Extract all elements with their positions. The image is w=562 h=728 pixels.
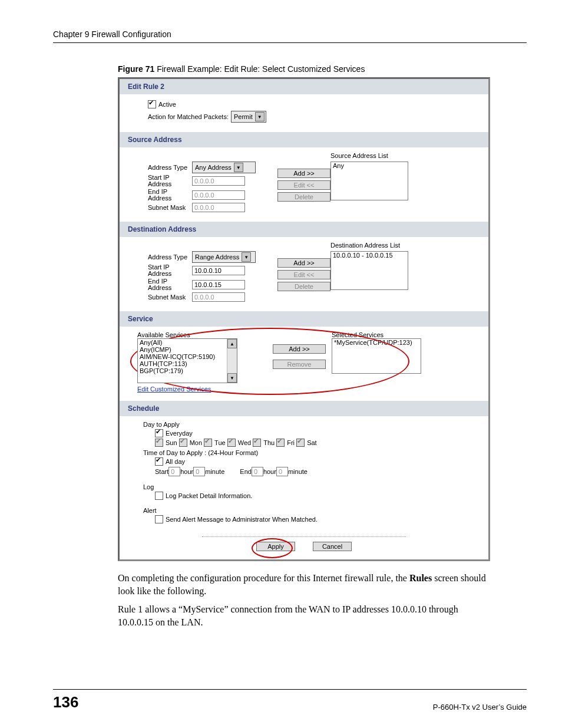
src-end-input[interactable] xyxy=(192,190,245,200)
dst-list[interactable]: 10.0.0.10 - 10.0.0.15 xyxy=(330,251,408,290)
hour-label: hour xyxy=(180,468,193,475)
log-checkbox[interactable] xyxy=(155,492,163,500)
allday-checkbox[interactable] xyxy=(155,457,163,466)
minute-label: minute xyxy=(205,468,224,475)
day-label: Sat xyxy=(307,439,317,446)
allday-label: All day xyxy=(166,458,185,465)
body-paragraph: Rule 1 allows a “MyService” connection f… xyxy=(118,603,495,628)
scroll-up-icon[interactable]: ▲ xyxy=(227,339,237,348)
apply-button[interactable]: Apply xyxy=(256,542,295,551)
start-hour-input[interactable] xyxy=(168,467,180,476)
section-edit-rule: Edit Rule 2 xyxy=(120,79,488,94)
dst-type-value: Range Address xyxy=(195,253,239,261)
figure-number: Figure 71 xyxy=(118,64,154,74)
dst-end-input[interactable] xyxy=(192,280,245,289)
src-end-label: End IP Address xyxy=(148,189,192,202)
action-select[interactable]: Permit ▼ xyxy=(231,111,266,123)
edit-rule-panel: Edit Rule 2 Active Action for Matched Pa… xyxy=(118,77,490,561)
log-label: Log Packet Detail Information. xyxy=(166,492,252,499)
scroll-down-icon[interactable]: ▼ xyxy=(227,373,237,383)
service-remove-button[interactable]: Remove xyxy=(273,360,326,369)
dst-edit-button[interactable]: Edit << xyxy=(277,270,330,279)
day-to-apply-label: Day to Apply xyxy=(143,421,477,428)
dst-mask-input[interactable] xyxy=(192,292,245,302)
log-title: Log xyxy=(143,483,477,490)
dst-add-button[interactable]: Add >> xyxy=(277,258,330,268)
src-start-input[interactable] xyxy=(192,176,245,186)
running-header: Chapter 9 Firewall Configuration xyxy=(53,29,527,43)
list-item[interactable]: Any(ICMP) xyxy=(138,346,227,353)
day-sat-checkbox[interactable] xyxy=(296,439,305,447)
list-item[interactable]: *MyService(TCP/UDP:123) xyxy=(332,339,421,346)
selected-services-title: Selected Services xyxy=(332,331,421,338)
list-item[interactable]: Any xyxy=(331,162,408,169)
end-label: End xyxy=(240,468,252,475)
day-label: Wed xyxy=(238,439,251,446)
dst-list-title: Destination Address List xyxy=(330,242,408,249)
day-fri-checkbox[interactable] xyxy=(276,439,285,447)
selected-services-list[interactable]: *MyService(TCP/UDP:123) xyxy=(332,338,421,374)
start-label: Start xyxy=(155,468,168,475)
day-tue-checkbox[interactable] xyxy=(204,439,212,447)
src-type-select[interactable]: Any Address ▼ xyxy=(192,162,256,173)
day-label: Tue xyxy=(214,439,226,446)
section-source: Source Address xyxy=(120,132,488,147)
guide-title: P-660H-Tx v2 User’s Guide xyxy=(433,703,527,711)
chevron-down-icon: ▼ xyxy=(242,252,251,262)
dst-type-select[interactable]: Range Address ▼ xyxy=(192,251,256,263)
cancel-button[interactable]: Cancel xyxy=(313,542,352,551)
list-item[interactable]: AIM/NEW-ICQ(TCP:5190) xyxy=(138,353,227,360)
page-number: 136 xyxy=(53,693,78,711)
action-label: Action for Matched Packets: xyxy=(148,113,229,120)
dst-mask-label: Subnet Mask xyxy=(148,294,192,301)
list-item[interactable]: AUTH(TCP:113) xyxy=(138,360,227,367)
day-label: Sun xyxy=(166,439,177,446)
src-start-label: Start IP Address xyxy=(148,174,192,187)
everyday-label: Everyday xyxy=(166,430,193,437)
start-minute-input[interactable] xyxy=(193,467,205,476)
src-mask-input[interactable] xyxy=(192,203,245,212)
src-edit-button[interactable]: Edit << xyxy=(277,180,330,190)
src-mask-label: Subnet Mask xyxy=(148,204,192,211)
src-type-label: Address Type xyxy=(148,164,192,171)
alert-checkbox[interactable] xyxy=(155,515,163,523)
end-minute-input[interactable] xyxy=(276,467,288,476)
alert-title: Alert xyxy=(143,507,477,514)
everyday-checkbox[interactable] xyxy=(155,429,163,437)
day-sun-checkbox[interactable] xyxy=(155,439,163,447)
list-item[interactable]: Any(All) xyxy=(138,339,227,346)
service-add-button[interactable]: Add >> xyxy=(273,344,326,354)
day-label: Fri xyxy=(287,439,295,446)
time-label: Time of Day to Apply : (24-Hour Format) xyxy=(143,449,477,456)
figure-title: Firewall Example: Edit Rule: Select Cust… xyxy=(154,64,365,74)
available-services-list[interactable]: Any(All) Any(ICMP) AIM/NEW-ICQ(TCP:5190)… xyxy=(137,338,237,383)
day-mon-checkbox[interactable] xyxy=(179,439,187,447)
list-item[interactable]: BGP(TCP:179) xyxy=(138,367,227,374)
divider xyxy=(202,536,406,537)
day-label: Mon xyxy=(190,439,202,446)
end-hour-input[interactable] xyxy=(252,467,263,476)
chevron-down-icon: ▼ xyxy=(255,112,265,121)
alert-label: Send Alert Message to Administrator When… xyxy=(166,516,318,523)
minute-label: minute xyxy=(288,468,308,475)
action-value: Permit xyxy=(234,113,253,120)
src-type-value: Any Address xyxy=(195,164,232,171)
list-item[interactable]: 10.0.0.10 - 10.0.0.15 xyxy=(331,252,408,259)
day-label: Thu xyxy=(263,439,275,446)
active-checkbox[interactable] xyxy=(148,100,156,108)
section-schedule: Schedule xyxy=(120,401,488,416)
day-thu-checkbox[interactable] xyxy=(253,439,261,447)
scrollbar[interactable]: ▲ ▼ xyxy=(227,339,237,383)
src-delete-button[interactable]: Delete xyxy=(277,192,330,202)
day-wed-checkbox[interactable] xyxy=(227,439,236,447)
dst-start-input[interactable] xyxy=(192,266,245,275)
available-services-title: Available Services xyxy=(137,331,255,338)
dst-start-label: Start IP Address xyxy=(148,264,192,277)
edit-customized-services-link[interactable]: Edit Customized Services xyxy=(137,386,211,393)
src-list[interactable]: Any xyxy=(330,162,408,200)
section-destination: Destination Address xyxy=(120,222,488,237)
src-add-button[interactable]: Add >> xyxy=(277,169,330,178)
src-list-title: Source Address List xyxy=(330,152,408,159)
dst-delete-button[interactable]: Delete xyxy=(277,282,330,291)
section-service: Service xyxy=(120,311,488,327)
